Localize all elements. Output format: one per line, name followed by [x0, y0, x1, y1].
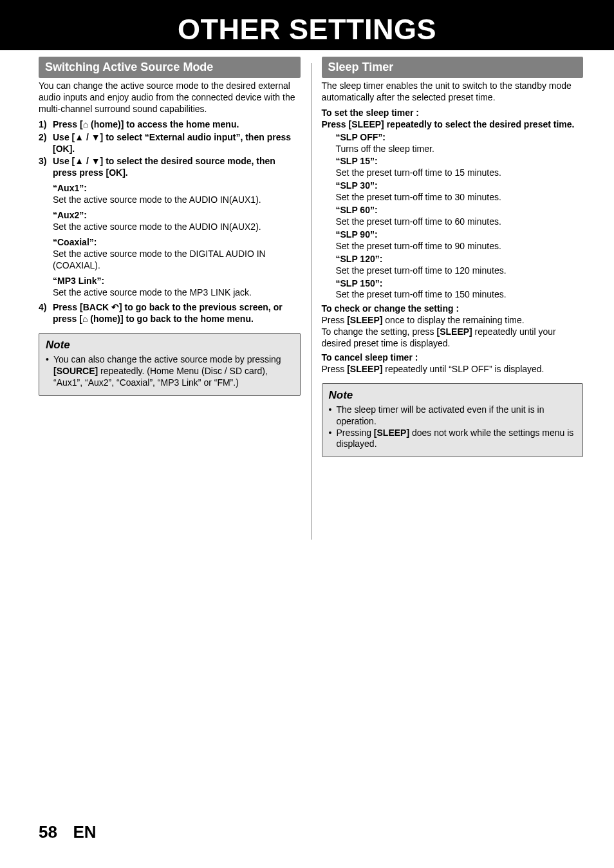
column-divider — [311, 63, 312, 540]
source-mode-intro: You can change the active source mode to… — [39, 80, 301, 115]
option-aux1-desc: Set the active source mode to the AUDIO … — [53, 194, 301, 206]
back-icon: ↶ — [111, 302, 119, 312]
option-aux2-label: “Aux2”: — [53, 210, 301, 222]
check-p1c: once to display the remaining time. — [382, 315, 524, 325]
note-box-left: Note You can also change the active sour… — [39, 333, 301, 396]
note-text-bold: [SOURCE] — [53, 366, 98, 376]
cancel-b: [SLEEP] — [347, 364, 382, 374]
slp-90-desc: Set the preset turn-off time to 90 minut… — [336, 241, 584, 252]
chapter-title: OTHER SETTINGS — [178, 13, 436, 46]
language-code: EN — [73, 822, 96, 842]
step-1: Press [⌂ (home)] to access the home menu… — [39, 119, 301, 131]
note-title-right: Note — [329, 389, 577, 402]
step-4-text: Press [BACK ↶] to go back to the previou… — [53, 302, 283, 324]
right-column: Sleep Timer The sleep timer enables the … — [322, 57, 584, 540]
option-coaxial-label: “Coaxial”: — [53, 237, 301, 249]
page-footer: 58 EN — [39, 822, 97, 842]
note-text-prefix: You can also change the active source mo… — [53, 354, 281, 364]
check-p2a: To change the setting, press — [322, 326, 437, 337]
slp-15-label: “SLP 15”: — [336, 156, 584, 167]
page-number: 58 — [39, 822, 57, 842]
option-aux1-label: “Aux1”: — [53, 183, 301, 194]
slp-30-desc: Set the preset turn-off time to 30 minut… — [336, 192, 584, 203]
slp-off-desc: Turns off the sleep timer. — [336, 144, 584, 155]
set-sleep-instruction: Press [SLEEP] repeatedly to select the d… — [322, 119, 584, 131]
step-3: Use [▲ / ▼] to select the desired source… — [39, 156, 301, 179]
set-sleep-title: To set the sleep timer : — [322, 108, 584, 119]
slp-60-label: “SLP 60”: — [336, 205, 584, 216]
note-box-right: Note The sleep timer will be activated e… — [322, 383, 584, 458]
home-icon: ⌂ — [83, 119, 88, 129]
step-2: Use [▲ / ▼] to select “External audio in… — [39, 132, 301, 155]
section-header-source-mode: Switching Active Source Mode — [39, 57, 301, 78]
left-column: Switching Active Source Mode You can cha… — [39, 57, 301, 540]
note-item-right-2: Pressing [SLEEP] does not work while the… — [329, 428, 577, 451]
cancel-c: repeatedly until “SLP OFF” is displayed. — [382, 364, 544, 374]
note-item-right-1: The sleep timer will be activated even i… — [329, 404, 577, 428]
slp-60-desc: Set the preset turn-off time to 60 minut… — [336, 216, 584, 228]
option-mp3-desc: Set the active source mode to the MP3 LI… — [53, 287, 301, 299]
sleep-timer-intro: The sleep timer enables the unit to swit… — [322, 80, 584, 104]
check-p1a: Press — [322, 315, 348, 325]
content-area: Switching Active Source Mode You can cha… — [0, 50, 614, 540]
slp-150-desc: Set the preset turn-off time to 150 minu… — [336, 289, 584, 301]
cancel-a: Press — [322, 364, 348, 374]
step-4: Press [BACK ↶] to go back to the previou… — [39, 302, 301, 325]
source-mode-steps: Press [⌂ (home)] to access the home menu… — [39, 119, 301, 180]
section-header-sleep-timer: Sleep Timer — [322, 57, 584, 78]
slp-off-label: “SLP OFF”: — [336, 132, 584, 144]
option-aux2-desc: Set the active source mode to the AUDIO … — [53, 222, 301, 233]
home-icon: ⌂ — [82, 314, 88, 324]
cancel-sleep-title: To cancel sleep timer : — [322, 352, 584, 364]
note2a: Pressing — [337, 428, 374, 438]
sleep-options: “SLP OFF”: Turns off the sleep timer. “S… — [336, 132, 584, 301]
check-p1b: [SLEEP] — [347, 315, 382, 325]
slp-120-label: “SLP 120”: — [336, 254, 584, 265]
chapter-header-bar: OTHER SETTINGS — [0, 0, 614, 50]
slp-120-desc: Set the preset turn-off time to 120 minu… — [336, 265, 584, 277]
slp-150-label: “SLP 150”: — [336, 278, 584, 290]
note-title-left: Note — [46, 339, 293, 352]
slp-30-label: “SLP 30”: — [336, 180, 584, 192]
check-p2b: [SLEEP] — [437, 326, 472, 337]
step-1-text: Press [⌂ (home)] to access the home menu… — [53, 119, 239, 129]
cancel-sleep-text: Press [SLEEP] repeatedly until “SLP OFF”… — [322, 364, 584, 375]
source-mode-steps-cont: Press [BACK ↶] to go back to the previou… — [39, 302, 301, 325]
note2b: [SLEEP] — [374, 428, 409, 438]
check-setting-p1: Press [SLEEP] once to display the remain… — [322, 315, 584, 326]
source-mode-options: “Aux1”: Set the active source mode to th… — [53, 183, 301, 298]
check-setting-p2: To change the setting, press [SLEEP] rep… — [322, 326, 584, 350]
option-coaxial-desc: Set the active source mode to the DIGITA… — [53, 249, 301, 272]
note-item-left: You can also change the active source mo… — [46, 354, 293, 389]
slp-15-desc: Set the preset turn-off time to 15 minut… — [336, 167, 584, 179]
slp-90-label: “SLP 90”: — [336, 229, 584, 241]
check-setting-title: To check or change the setting : — [322, 303, 584, 315]
option-mp3-label: “MP3 Link”: — [53, 276, 301, 287]
